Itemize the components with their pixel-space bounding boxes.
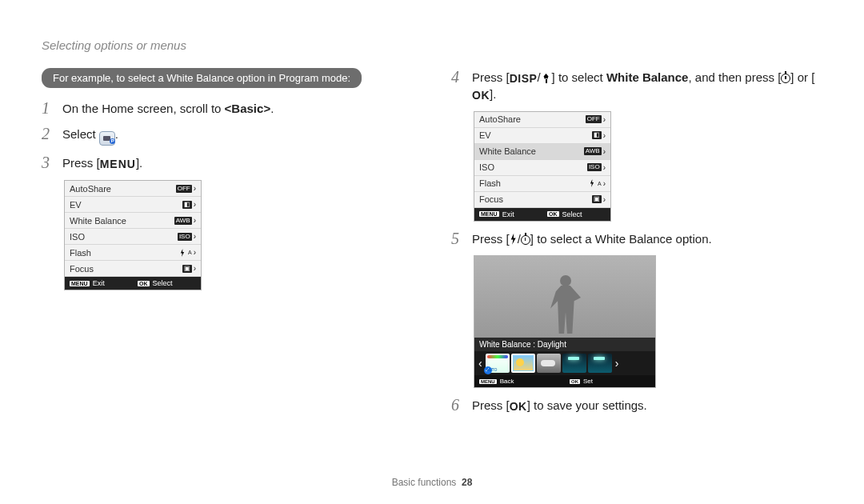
- step-number: 6: [451, 396, 464, 414]
- flash-icon: [510, 234, 518, 245]
- wb-option-daylight-selected: [511, 354, 535, 373]
- text: Press [: [472, 232, 510, 246]
- step-number: 1: [42, 99, 54, 117]
- text: ] to save your settings.: [527, 398, 647, 412]
- text: Select: [62, 127, 99, 141]
- text: ].: [490, 87, 496, 101]
- label: White Balance: [70, 216, 126, 226]
- value-icon: AWB›: [174, 216, 196, 225]
- set-label: Set: [583, 378, 593, 385]
- text: ].: [136, 156, 142, 170]
- chevron-right-icon: ›: [614, 357, 621, 370]
- ok-button-glyph: OK: [510, 399, 527, 414]
- step-text: Select P.: [62, 125, 118, 146]
- bold: <Basic>: [225, 102, 271, 115]
- value-icon: ISO›: [178, 232, 196, 241]
- menu-tag: MENU: [70, 281, 90, 286]
- wb-bottom-bar: MENUBack OKSet: [474, 375, 655, 387]
- menu-row-autoshare: AutoShare OFF›: [65, 181, 201, 197]
- content-columns: For example, to select a White Balance o…: [42, 68, 822, 422]
- right-column: 4 Press [DISP/] to select White Balance,…: [451, 68, 822, 422]
- step-text: Press [/] to select a White Balance opti…: [472, 230, 712, 247]
- step-4: 4 Press [DISP/] to select White Balance,…: [451, 68, 822, 103]
- ok-tag: OK: [138, 281, 150, 286]
- disp-button-glyph: DISP: [510, 71, 538, 86]
- step-number: 4: [451, 68, 464, 86]
- step-text: Press [OK] to save your settings.: [472, 396, 647, 414]
- step-3: 3 Press [MENU].: [42, 154, 413, 172]
- menu-row-wb-selected: White Balance AWB›: [474, 144, 610, 160]
- macro-icon: [541, 74, 552, 83]
- wb-option-fluorescent-h: [562, 354, 586, 373]
- check-icon: ✓: [484, 366, 492, 374]
- label: Flash: [70, 248, 91, 258]
- text: Press [: [472, 70, 510, 84]
- wb-options-strip: ‹ ✓ ›: [474, 351, 655, 375]
- person-silhouette: [542, 275, 587, 338]
- page-title: Selecting options or menus: [42, 38, 822, 52]
- select-label: Select: [153, 279, 173, 287]
- example-callout: For example, to select a White Balance o…: [42, 68, 362, 88]
- wb-label: White Balance : Daylight: [474, 338, 655, 351]
- step-1: 1 On the Home screen, scroll to <Basic>.: [42, 99, 413, 117]
- step-text: On the Home screen, scroll to <Basic>.: [62, 99, 274, 117]
- step-number: 2: [42, 125, 54, 142]
- text: ] to select a White Balance option.: [530, 232, 712, 246]
- label: EV: [479, 130, 491, 140]
- menu-row-autoshare: AutoShare OFF›: [474, 112, 610, 128]
- step-5: 5 Press [/] to select a White Balance op…: [451, 230, 822, 247]
- program-mode-icon: P: [99, 131, 115, 146]
- value-icon: ▣›: [182, 264, 196, 273]
- menu-row-iso: ISO ISO›: [65, 229, 201, 245]
- step-6: 6 Press [OK] to save your settings.: [451, 396, 822, 414]
- text: , and then press [: [688, 70, 781, 84]
- label: White Balance: [479, 146, 536, 156]
- menu-row-wb: White Balance AWB›: [65, 213, 201, 229]
- step-text: Press [DISP/] to select White Balance, a…: [472, 68, 822, 103]
- camera-menu-screenshot-highlighted: AutoShare OFF› EV ◧› White Balance AWB› …: [474, 111, 611, 222]
- text: ] to select: [552, 70, 606, 84]
- menu-bottom-bar: MENUExit OKSelect: [474, 208, 610, 221]
- ok-button-glyph: OK: [472, 88, 490, 103]
- exit-label: Exit: [93, 279, 105, 287]
- text: ] or [: [790, 70, 814, 84]
- wb-preview-screenshot: White Balance : Daylight ‹ ✓ › MENUBack …: [474, 255, 656, 388]
- menu-row-flash: Flash A›: [65, 245, 201, 261]
- label: Focus: [70, 264, 94, 274]
- text: .: [115, 127, 118, 141]
- menu-row-focus: Focus ▣›: [65, 261, 201, 277]
- menu-row-focus: Focus ▣›: [474, 192, 610, 208]
- text: Press [: [62, 156, 100, 170]
- value-icon: ◧›: [182, 200, 196, 209]
- label: Focus: [479, 194, 503, 204]
- label: ISO: [70, 232, 85, 242]
- text: On the Home screen, scroll to: [62, 102, 225, 115]
- preview-scene: [474, 256, 655, 338]
- text: Press [: [472, 398, 510, 412]
- left-column: For example, to select a White Balance o…: [42, 68, 413, 422]
- wb-option-cloudy: [537, 354, 561, 373]
- label: EV: [70, 200, 82, 210]
- wb-option-auto: ✓: [486, 354, 510, 373]
- text: .: [270, 102, 274, 115]
- step-text: Press [MENU].: [62, 154, 142, 172]
- label: Flash: [479, 178, 501, 188]
- menu-bottom-bar: MENUExit OKSelect: [65, 277, 201, 290]
- menu-row-flash: Flash A›: [474, 176, 610, 192]
- step-number: 5: [451, 230, 464, 247]
- label: AutoShare: [70, 184, 111, 194]
- menu-button-glyph: MENU: [100, 157, 136, 172]
- page-footer: Basic functions 28: [0, 477, 864, 488]
- footer-section: Basic functions: [392, 477, 457, 488]
- bold: White Balance: [606, 70, 689, 84]
- menu-row-iso: ISO ISO›: [474, 160, 610, 176]
- value-icon: OFF›: [176, 184, 196, 193]
- timer-icon: [781, 74, 790, 83]
- step-2: 2 Select P.: [42, 125, 413, 146]
- camera-menu-screenshot: AutoShare OFF› EV ◧› White Balance AWB› …: [64, 180, 202, 290]
- page-number: 28: [462, 477, 472, 488]
- chevron-left-icon: ‹: [477, 357, 484, 370]
- menu-row-ev: EV ◧›: [474, 128, 610, 144]
- label: AutoShare: [479, 114, 521, 124]
- back-label: Back: [500, 378, 514, 385]
